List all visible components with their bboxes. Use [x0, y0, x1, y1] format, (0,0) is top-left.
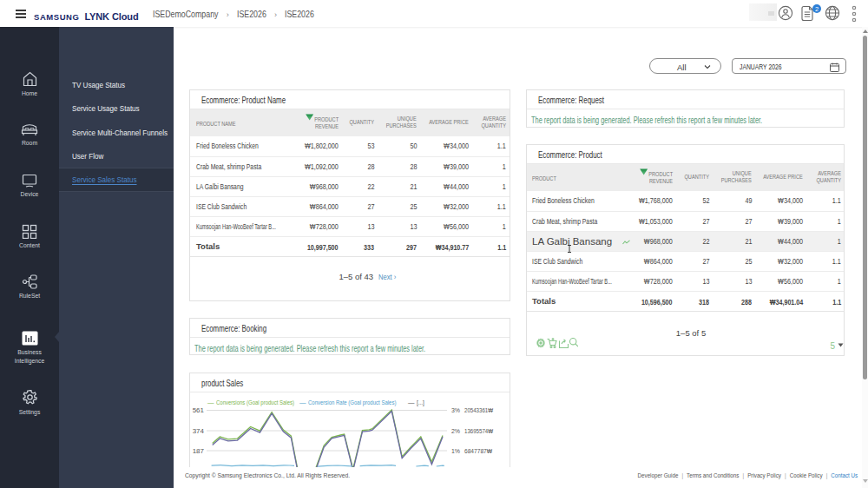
svg-text:13695574₩: 13695574₩: [464, 427, 493, 435]
svg-text:6847787₩: 6847787₩: [464, 447, 492, 455]
svg-text:561: 561: [193, 406, 205, 414]
svg-text:20543361₩: 20543361₩: [464, 406, 493, 414]
svg-text:374: 374: [193, 427, 205, 435]
svg-text:3%: 3%: [451, 406, 460, 414]
svg-text:2%: 2%: [451, 427, 460, 435]
svg-text:1%: 1%: [451, 447, 460, 455]
svg-text:2: 2: [815, 5, 819, 13]
svg-text:187: 187: [193, 447, 205, 455]
